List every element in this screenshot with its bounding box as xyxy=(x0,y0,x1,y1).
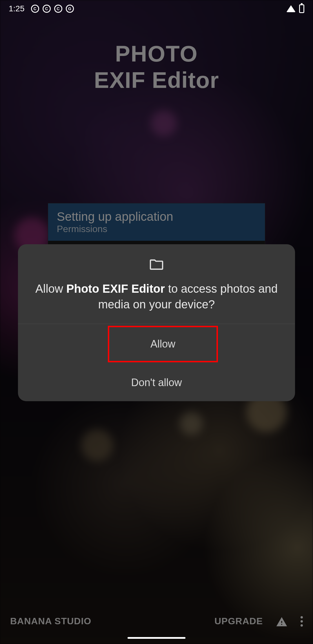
allow-label: Allow xyxy=(150,338,175,350)
permission-dialog: Allow Photo EXIF Editor to access photos… xyxy=(18,244,295,401)
status-icon: C xyxy=(31,5,39,13)
deny-label: Don't allow xyxy=(131,377,182,389)
dialog-header: Allow Photo EXIF Editor to access photos… xyxy=(18,244,295,324)
status-icon: C xyxy=(54,5,62,13)
dialog-app-name: Photo EXIF Editor xyxy=(66,282,165,295)
status-icon: C xyxy=(43,5,51,13)
deny-button[interactable]: Don't allow xyxy=(18,364,295,401)
allow-button[interactable]: Allow xyxy=(108,326,218,362)
nav-bar[interactable] xyxy=(128,637,185,639)
wifi-icon xyxy=(286,5,296,12)
status-icon: G xyxy=(66,5,74,13)
dialog-text-prefix: Allow xyxy=(35,282,66,295)
folder-icon xyxy=(149,258,164,272)
battery-icon xyxy=(299,4,304,13)
status-bar: 1:25 C C C G xyxy=(0,0,313,17)
dialog-message: Allow Photo EXIF Editor to access photos… xyxy=(30,281,283,312)
status-time: 1:25 xyxy=(9,4,25,13)
dialog-divider xyxy=(18,324,295,324)
